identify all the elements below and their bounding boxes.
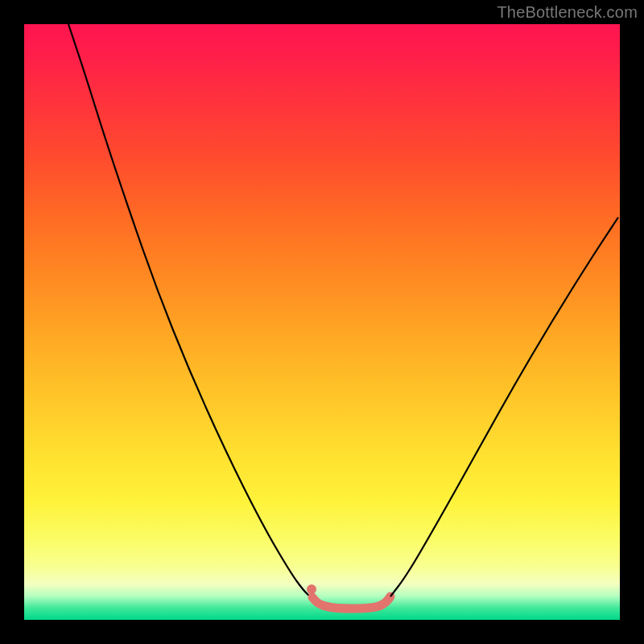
left-curve-path	[68, 24, 314, 600]
curve-overlay	[24, 24, 620, 620]
right-curve-path	[390, 217, 618, 597]
bottleneck-chart	[24, 24, 620, 620]
flat-segment-path	[312, 597, 390, 609]
watermark-text: TheBottleneck.com	[497, 3, 638, 22]
left-dot	[307, 584, 316, 594]
